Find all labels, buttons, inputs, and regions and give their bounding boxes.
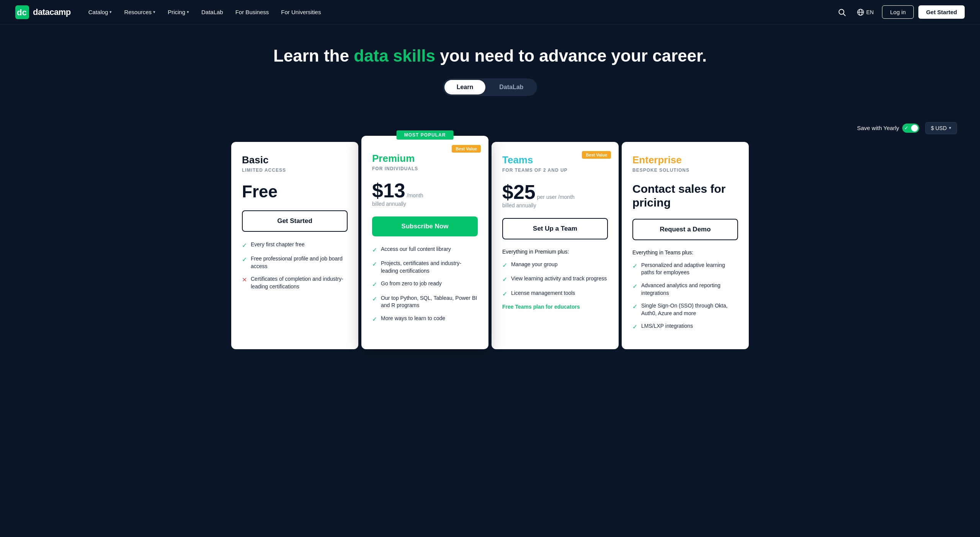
hero-section: Learn the data skills you need to advanc…	[0, 24, 980, 122]
check-icon: ✓	[502, 261, 507, 270]
check-icon: ✓	[372, 260, 377, 268]
teams-feature-1: ✓ Manage your group	[502, 261, 608, 270]
check-icon: ✓	[502, 275, 507, 284]
check-icon: ✓	[372, 315, 377, 324]
teams-cta-button[interactable]: Set Up a Team	[502, 218, 608, 239]
check-icon: ✓	[904, 125, 908, 131]
enterprise-cta-button[interactable]: Request a Demo	[632, 219, 738, 240]
enterprise-feature-4: ✓ LMS/LXP integrations	[632, 322, 738, 331]
enterprise-plan-subtitle: BESPOKE SOLUTIONS	[632, 168, 738, 173]
premium-plan-price: $13/monthbilled annually	[372, 181, 478, 207]
teams-feature-3: ✓ License management tools	[502, 290, 608, 298]
globe-icon	[857, 9, 864, 16]
best-value-badge: Best Value	[582, 151, 611, 159]
nav-catalog[interactable]: Catalog ▾	[83, 6, 118, 18]
check-icon: ✓	[242, 255, 247, 264]
teams-price-main: $25	[502, 181, 536, 203]
basic-plan-price: Free	[242, 182, 348, 201]
check-icon: ✓	[632, 282, 637, 291]
enterprise-plan-name: Enterprise	[632, 154, 738, 166]
logo-text: datacamp	[33, 7, 71, 17]
enterprise-feature-2: ✓ Advanced analytics and reporting integ…	[632, 282, 738, 297]
premium-price-main: $13	[372, 179, 405, 202]
pricing-controls: Save with Yearly ✓ $ USD ▾	[0, 122, 980, 140]
teams-plan-subtitle: FOR TEAMS OF 2 AND UP	[502, 168, 608, 173]
enterprise-features-header: Everything in Teams plus:	[632, 249, 738, 255]
hero-headline: Learn the data skills you need to advanc…	[8, 46, 972, 66]
enterprise-plan-price: Contact sales for pricing	[632, 182, 738, 210]
logo[interactable]: dc datacamp	[15, 5, 71, 19]
currency-selector[interactable]: $ USD ▾	[925, 122, 957, 134]
teams-plan-card: Best Value Teams FOR TEAMS OF 2 AND UP $…	[492, 142, 619, 349]
logo-icon: dc	[15, 5, 29, 19]
premium-feature-3: ✓ Go from zero to job ready	[372, 280, 478, 289]
basic-feature-2: ✓ Free professional profile and job boar…	[242, 255, 348, 270]
premium-feature-1: ✓ Access our full content library	[372, 246, 478, 254]
basic-feature-3: ✕ Certificates of completion and industr…	[242, 275, 348, 290]
pricing-cards: Basic LIMITED ACCESS Free Get Started ✓ …	[214, 140, 766, 374]
svg-line-3	[843, 14, 845, 16]
chevron-down-icon: ▾	[109, 10, 112, 15]
nav-resources[interactable]: Resources ▾	[119, 6, 161, 18]
svg-text:dc: dc	[17, 8, 27, 17]
nav-links: Catalog ▾ Resources ▾ Pricing ▾ DataLab …	[83, 6, 835, 18]
premium-cta-button[interactable]: Subscribe Now	[372, 216, 478, 236]
premium-plan-card: MOST POPULAR Best Value Premium FOR INDI…	[361, 136, 488, 349]
toggle-learn[interactable]: Learn	[444, 80, 486, 94]
most-popular-badge: MOST POPULAR	[397, 130, 454, 140]
edu-link[interactable]: Free Teams plan for educators	[502, 304, 608, 310]
nav-right: EN Log in Get Started	[835, 5, 965, 19]
nav-pricing[interactable]: Pricing ▾	[162, 6, 194, 18]
teams-feature-2: ✓ View learning activity and track progr…	[502, 275, 608, 284]
premium-feature-2: ✓ Projects, certificates and industry-le…	[372, 260, 478, 275]
chevron-down-icon: ▾	[949, 125, 951, 130]
premium-plan-subtitle: FOR INDIVIDUALS	[372, 166, 478, 171]
check-icon: ✓	[632, 323, 637, 331]
check-icon: ✓	[242, 241, 247, 250]
enterprise-plan-card: Enterprise BESPOKE SOLUTIONS Contact sal…	[622, 142, 749, 349]
check-icon: ✓	[632, 303, 637, 311]
basic-plan-card: Basic LIMITED ACCESS Free Get Started ✓ …	[231, 142, 358, 349]
toggle-datalab[interactable]: DataLab	[487, 80, 536, 94]
premium-feature-4: ✓ Our top Python, SQL, Tableau, Power BI…	[372, 295, 478, 309]
chevron-down-icon: ▾	[153, 10, 155, 15]
get-started-nav-button[interactable]: Get Started	[918, 5, 965, 19]
nav-for-business[interactable]: For Business	[230, 6, 274, 18]
check-icon: ✓	[372, 280, 377, 289]
save-yearly-label: Save with Yearly	[857, 125, 899, 131]
nav-for-universities[interactable]: For Universities	[276, 6, 326, 18]
basic-feature-1: ✓ Every first chapter free	[242, 241, 348, 250]
chevron-down-icon: ▾	[187, 10, 189, 15]
search-icon	[838, 8, 846, 16]
best-value-badge: Best Value	[452, 145, 481, 153]
check-icon: ✓	[632, 262, 637, 270]
nav-datalab[interactable]: DataLab	[196, 6, 229, 18]
search-button[interactable]	[835, 5, 849, 19]
check-icon: ✓	[372, 295, 377, 303]
basic-cta-button[interactable]: Get Started	[242, 210, 348, 232]
premium-plan-name: Premium	[372, 153, 478, 164]
enterprise-feature-1: ✓ Personalized and adaptive learning pat…	[632, 262, 738, 277]
plan-toggle: Learn DataLab	[443, 78, 537, 96]
teams-features-header: Everything in Premium plus:	[502, 249, 608, 255]
premium-feature-5: ✓ More ways to learn to code	[372, 315, 478, 324]
basic-plan-name: Basic	[242, 154, 348, 166]
navbar: dc datacamp Catalog ▾ Resources ▾ Pricin…	[0, 0, 980, 24]
basic-plan-subtitle: LIMITED ACCESS	[242, 168, 348, 173]
teams-plan-price: $25per user /monthbilled annually	[502, 182, 608, 209]
check-icon: ✓	[502, 290, 507, 298]
check-icon: ✓	[372, 246, 377, 254]
x-icon: ✕	[242, 276, 247, 284]
language-button[interactable]: EN	[853, 7, 877, 18]
yearly-toggle[interactable]: ✓	[902, 124, 919, 133]
save-yearly-section: Save with Yearly ✓	[857, 124, 919, 133]
login-button[interactable]: Log in	[882, 5, 914, 19]
enterprise-feature-3: ✓ Single Sign-On (SSO) through Okta, Aut…	[632, 302, 738, 317]
